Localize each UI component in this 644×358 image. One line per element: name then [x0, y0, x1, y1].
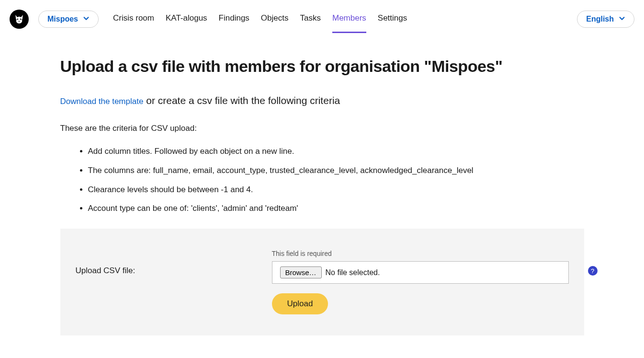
nav-findings[interactable]: Findings	[219, 5, 249, 33]
nav-settings[interactable]: Settings	[378, 5, 407, 33]
criteria-item: Add column titles. Followed by each obje…	[88, 146, 584, 157]
page-title: Upload a csv file with members for organ…	[60, 57, 584, 76]
language-selector[interactable]: English	[577, 11, 634, 28]
upload-field-label: Upload CSV file:	[76, 266, 253, 276]
header: Mispoes Crisis room KAT-alogus Findings …	[0, 0, 644, 38]
nav-kat-alogus[interactable]: KAT-alogus	[166, 5, 207, 33]
logo[interactable]	[10, 10, 29, 29]
chevron-down-icon	[83, 15, 90, 23]
nav-members[interactable]: Members	[332, 5, 366, 33]
nav-crisis-room[interactable]: Crisis room	[113, 5, 154, 33]
upload-panel: Upload CSV file: This field is required …	[60, 229, 584, 335]
org-name: Mispoes	[47, 15, 78, 23]
required-note: This field is required	[272, 250, 569, 257]
language-label: English	[586, 15, 614, 23]
browse-button[interactable]: Browse…	[280, 266, 322, 278]
criteria-list: Add column titles. Followed by each obje…	[60, 146, 584, 214]
file-status: No file selected.	[326, 268, 380, 277]
criteria-item: Clearance levels should be between -1 an…	[88, 184, 584, 196]
content: Upload a csv file with members for organ…	[23, 38, 621, 355]
file-input[interactable]: Browse… No file selected.	[272, 261, 569, 284]
subtext: Download the template or create a csv fi…	[60, 95, 584, 106]
criteria-label: These are the criteria for CSV upload:	[60, 124, 584, 133]
criteria-item: Account type can be one of: 'clients', '…	[88, 203, 584, 214]
chevron-down-icon	[619, 15, 625, 23]
svg-point-0	[17, 18, 18, 20]
org-selector[interactable]: Mispoes	[38, 11, 99, 28]
subtext-rest: or create a csv file with the following …	[143, 95, 340, 106]
upload-button[interactable]: Upload	[272, 293, 328, 314]
nav-tasks[interactable]: Tasks	[300, 5, 321, 33]
upload-controls: This field is required Browse… No file s…	[272, 250, 569, 314]
nav-objects[interactable]: Objects	[261, 5, 289, 33]
criteria-item: The columns are: full_name, email, accou…	[88, 165, 584, 176]
help-icon[interactable]: ?	[588, 266, 598, 276]
cat-logo-icon	[13, 13, 25, 25]
download-template-link[interactable]: Download the template	[60, 97, 144, 106]
main-nav: Crisis room KAT-alogus Findings Objects …	[113, 5, 567, 33]
svg-point-1	[20, 18, 22, 20]
